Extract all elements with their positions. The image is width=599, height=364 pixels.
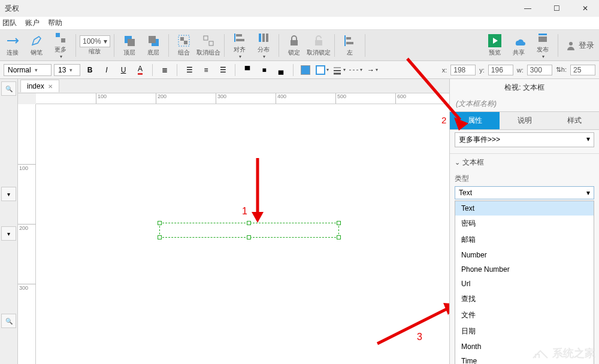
menu-account[interactable]: 账户 (25, 18, 40, 28)
svg-marker-31 (252, 212, 264, 223)
bring-front-button[interactable]: 顶层 (118, 32, 141, 59)
lock-icon (288, 34, 301, 47)
svg-rect-13 (236, 39, 244, 41)
svg-rect-15 (262, 34, 265, 42)
align-center-text-button[interactable]: ≡ (199, 63, 213, 77)
align-left-text-button[interactable]: ☰ (182, 63, 196, 77)
menu-help[interactable]: 帮助 (48, 18, 62, 28)
h-input[interactable]: 25 (570, 65, 595, 75)
svg-point-25 (569, 42, 573, 46)
group-button[interactable]: 组合 (173, 32, 195, 59)
svg-rect-21 (346, 42, 353, 44)
italic-button[interactable]: I (99, 63, 114, 77)
left-search2-button[interactable]: 🔍 (1, 314, 16, 328)
svg-rect-9 (204, 36, 208, 40)
window-titlebar: 受权 — ☐ ✕ (0, 0, 599, 17)
type-option-file[interactable]: 文件 (455, 307, 594, 323)
svg-rect-18 (315, 40, 322, 46)
fontsize-dropdown[interactable]: 13 (54, 64, 80, 76)
type-option-text[interactable]: Text (455, 201, 594, 216)
format-bar: Normal 13 B I U A ≣ ☰ ≡ ☰ ▀ ■ ▄ → x:198 … (0, 61, 599, 79)
svg-line-32 (377, 308, 449, 344)
type-option-url[interactable]: Url (455, 277, 594, 291)
type-option-number[interactable]: Number (455, 248, 594, 262)
pen-icon (30, 34, 43, 47)
window-title: 受权 (5, 4, 519, 14)
y-label: y: (479, 66, 485, 74)
svg-rect-1 (61, 38, 65, 43)
underline-button[interactable]: U (116, 63, 131, 77)
menu-team[interactable]: 团队 (2, 18, 17, 28)
svg-rect-24 (539, 37, 547, 42)
panel-tab-description[interactable]: 说明 (500, 112, 549, 129)
vertical-ruler: 100 200 300 (18, 104, 36, 364)
publish-button[interactable]: 发布 (531, 32, 554, 59)
selected-text-field[interactable] (159, 223, 339, 238)
tab-close-icon[interactable]: ✕ (48, 83, 53, 90)
svg-rect-16 (266, 34, 268, 42)
x-input[interactable]: 198 (450, 65, 476, 75)
left-library-button[interactable]: ▾ (1, 187, 16, 201)
bold-button[interactable]: B (83, 63, 97, 77)
annotation-label-1: 1 (242, 206, 247, 217)
window-maximize-button[interactable]: ☐ (547, 4, 565, 13)
left-panel-button[interactable]: ▾ (1, 226, 16, 241)
login-button[interactable]: 登录 (562, 32, 598, 59)
share-button[interactable]: 共享 (507, 32, 530, 59)
panel-tab-style[interactable]: 样式 (549, 112, 599, 129)
valign-middle-button[interactable]: ■ (257, 63, 271, 77)
valign-bottom-button[interactable]: ▄ (274, 63, 288, 77)
lock-button[interactable]: 锁定 (283, 32, 305, 59)
annotation-arrow-3 (371, 302, 449, 350)
type-option-date[interactable]: 日期 (455, 323, 594, 339)
menubar: 团队 账户 帮助 (0, 17, 599, 30)
bullet-list-button[interactable]: ≣ (158, 63, 172, 77)
type-option-email[interactable]: 邮箱 (455, 232, 594, 248)
valign-top-button[interactable]: ▀ (240, 63, 255, 77)
type-option-time[interactable]: Time (455, 354, 594, 364)
connect-button[interactable]: 连接 (1, 32, 24, 59)
fill-color-button[interactable] (298, 63, 313, 77)
svg-rect-17 (291, 40, 298, 46)
ungroup-button[interactable]: 取消组合 (196, 32, 220, 59)
window-minimize-button[interactable]: — (519, 4, 537, 13)
tab-index[interactable]: index ✕ (20, 80, 59, 92)
panel-tab-properties[interactable]: 属性 (450, 112, 500, 129)
panel-section-textfield[interactable]: 文本框 (450, 153, 599, 171)
align-right-text-button[interactable]: ☰ (216, 63, 230, 77)
left-search-button[interactable]: 🔍 (1, 81, 16, 96)
window-close-button[interactable]: ✕ (576, 4, 594, 13)
style-dropdown[interactable]: Normal (4, 64, 52, 76)
y-input[interactable]: 196 (488, 65, 513, 75)
w-input[interactable]: 300 (527, 65, 552, 75)
line-style-button[interactable] (349, 63, 363, 77)
line-weight-button[interactable] (332, 63, 346, 77)
unlock-icon (312, 34, 325, 47)
type-option-search[interactable]: 查找 (455, 291, 594, 307)
svg-rect-3 (128, 39, 135, 46)
type-option-month[interactable]: Month (455, 339, 594, 354)
align-button[interactable]: 对齐 (228, 32, 251, 59)
more-button[interactable]: 更多 (49, 32, 72, 59)
align-left-icon (343, 34, 356, 47)
type-dropdown[interactable]: Text▾ (455, 186, 594, 199)
unlock-button[interactable]: 取消锁定 (307, 32, 331, 59)
distribute-button[interactable]: 分布 (252, 32, 275, 59)
preview-button[interactable]: 预览 (483, 32, 506, 59)
more-events-dropdown[interactable]: 更多事件>>>▾ (455, 132, 594, 147)
line-color-button[interactable] (315, 63, 329, 77)
panel-name-field[interactable]: (文本框名称) (450, 96, 599, 111)
x-label: x: (442, 66, 447, 74)
cloud-icon (512, 34, 525, 47)
type-option-password[interactable]: 密码 (455, 216, 594, 232)
w-label: w: (517, 66, 524, 74)
zoom-control[interactable]: 100%▾缩放 (80, 32, 110, 59)
arrow-style-button[interactable]: → (365, 63, 380, 77)
type-dropdown-list: Text 密码 邮箱 Number Phone Number Url 查找 文件… (455, 201, 594, 364)
align-left-group-button[interactable]: 左 (338, 32, 361, 59)
text-color-button[interactable]: A (133, 63, 147, 77)
send-back-button[interactable]: 底层 (142, 32, 165, 59)
canvas[interactable]: 1 3 (36, 104, 449, 364)
type-option-phone[interactable]: Phone Number (455, 262, 594, 277)
pen-button[interactable]: 钢笔 (25, 32, 48, 59)
